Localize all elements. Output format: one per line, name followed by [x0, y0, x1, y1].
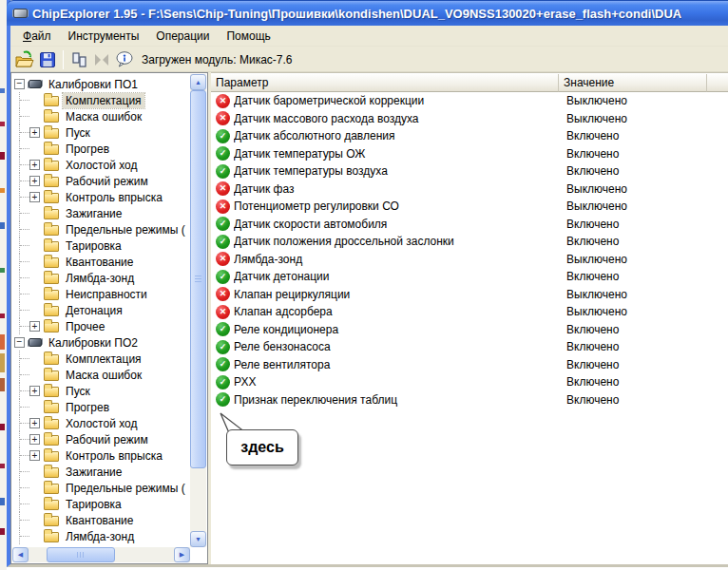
tree-item[interactable]: Холостой ход: [12, 415, 190, 431]
tree-expander-icon[interactable]: [14, 337, 25, 348]
parameter-row[interactable]: Реле вентилятора Включено: [211, 356, 728, 374]
parameter-row[interactable]: РХХ Включено: [211, 373, 728, 391]
tree-expander-icon[interactable]: [29, 240, 40, 251]
tree-item[interactable]: Лямбда-зонд: [12, 270, 190, 286]
tree-item[interactable]: Пуск: [12, 124, 190, 141]
tree-expander-icon[interactable]: [29, 224, 40, 235]
tree-item[interactable]: Пуск: [12, 383, 190, 399]
save-button[interactable]: [36, 48, 59, 71]
tree-item[interactable]: Квантование: [12, 254, 190, 270]
tree-item[interactable]: Контроль впрыска: [12, 189, 190, 205]
tree-item[interactable]: Зажигание: [12, 464, 190, 480]
scroll-left-icon[interactable]: ◀: [12, 547, 29, 562]
tree-expander-icon[interactable]: [29, 208, 40, 218]
tree-item[interactable]: Лямбда-зонд: [12, 528, 190, 544]
parameter-row[interactable]: Датчик абсолютного давления Включено: [211, 127, 728, 145]
tree-item[interactable]: Неисправности: [12, 286, 190, 302]
parameter-row[interactable]: Лямбда-зонд Выключено: [211, 251, 728, 269]
tree-expander-icon[interactable]: [29, 143, 40, 154]
tree-expander-icon[interactable]: [29, 386, 40, 396]
tree-expander-icon[interactable]: [29, 418, 40, 428]
tree-expander-icon[interactable]: [29, 321, 40, 332]
tree-expander-icon[interactable]: [29, 483, 40, 493]
menu-item[interactable]: Файл: [14, 27, 60, 46]
parameter-value: Включено: [563, 147, 728, 161]
parameter-row[interactable]: Потенциометр регулировки СО Выключено: [211, 198, 728, 216]
tree-expander-icon[interactable]: [29, 176, 40, 186]
parameter-row[interactable]: Датчик барометрической коррекции Выключе…: [211, 92, 728, 110]
tree-node-icon: [44, 290, 59, 300]
parameter-row[interactable]: Клапан адсорбера Выключено: [211, 303, 728, 321]
tree-item[interactable]: Предельные режимы (: [12, 480, 190, 496]
tree-item[interactable]: Рабочий режим: [12, 173, 190, 189]
tree-expander-icon[interactable]: [29, 450, 40, 461]
tree-expander-icon[interactable]: [29, 289, 40, 299]
tree-expander-icon[interactable]: [29, 192, 40, 202]
tree-expander-icon[interactable]: [29, 256, 40, 267]
scroll-up-icon[interactable]: ▲: [190, 74, 206, 90]
open-file-button[interactable]: [13, 48, 36, 71]
tree-expander-icon[interactable]: [29, 466, 40, 477]
vertical-scroll-thumb[interactable]: [190, 90, 206, 468]
tree-expander-icon[interactable]: [29, 434, 40, 445]
tree-item[interactable]: Предельные режимы (: [12, 221, 190, 238]
menu-item[interactable]: Помощь: [218, 27, 278, 46]
parameter-row[interactable]: Датчик фаз Выключено: [211, 180, 728, 199]
tree-item[interactable]: Квантование: [12, 512, 190, 528]
parameter-row[interactable]: Датчик температуры ОЖ Включено: [211, 145, 728, 163]
tree-expander-icon[interactable]: [14, 79, 25, 89]
scroll-down-icon[interactable]: ▼: [190, 531, 206, 547]
tree-item[interactable]: Холостой ход: [12, 157, 190, 173]
parameter-row[interactable]: Признак переключения таблиц Включено: [211, 391, 728, 409]
horizontal-scroll-thumb[interactable]: [47, 547, 115, 562]
parameter-row[interactable]: Клапан рециркуляции Выключено: [211, 286, 728, 304]
tree-node-icon: [44, 112, 59, 123]
tree-horizontal-scrollbar[interactable]: ◀ ▶: [12, 547, 190, 562]
tree-expander-icon[interactable]: [29, 499, 40, 509]
tree-expander-icon[interactable]: [29, 402, 40, 412]
tree-item[interactable]: Тарировка: [12, 496, 190, 512]
parameter-row[interactable]: Датчик скорости автомобиля Включено: [211, 216, 728, 234]
tree-expander-icon[interactable]: [29, 305, 40, 315]
tree-expander-icon[interactable]: [29, 370, 40, 380]
tree-expander-icon[interactable]: [29, 127, 40, 138]
parameter-row[interactable]: Реле кондиционера Включено: [211, 321, 728, 339]
tree-item[interactable]: Тарировка: [12, 238, 190, 254]
tree-item[interactable]: Прогрев: [12, 399, 190, 415]
column-header-parameter[interactable]: Параметр: [211, 74, 559, 92]
title-bar[interactable]: ChipExplorer 1.95 - F:\Sens\Chip-Tuning\…: [7, 0, 728, 26]
tree-item[interactable]: Прогрев: [12, 141, 190, 157]
tree-item[interactable]: Зажигание: [12, 205, 190, 221]
column-header-value[interactable]: Значение: [559, 74, 707, 92]
tree-item[interactable]: Прочее: [12, 318, 190, 334]
tree-item[interactable]: Рабочий режим: [12, 431, 190, 447]
parameter-row[interactable]: Реле бензонасоса Включено: [211, 338, 728, 356]
tree-vertical-scrollbar[interactable]: ▲ ▼: [190, 74, 206, 547]
parameter-row[interactable]: Датчик детонации Включено: [211, 268, 728, 286]
tree-item[interactable]: Калибровки ПО2: [12, 334, 190, 351]
tree-expander-icon[interactable]: [29, 531, 40, 542]
menu-item[interactable]: Инструменты: [60, 27, 148, 46]
tree-item[interactable]: Маска ошибок: [12, 108, 190, 124]
parameter-row[interactable]: Датчик положения дроссельной заслонки Вк…: [211, 233, 728, 251]
tree-item[interactable]: Детонация: [12, 302, 190, 318]
parameter-row[interactable]: Датчик массового расхода воздуха Выключе…: [211, 110, 728, 128]
tree-expander-icon[interactable]: [29, 160, 40, 170]
module-info-button[interactable]: [113, 48, 136, 71]
menu-item[interactable]: Операции: [147, 27, 218, 46]
tree-item[interactable]: Калибровки ПО1: [12, 76, 190, 92]
tree-item[interactable]: Маска ошибок: [12, 367, 190, 383]
parameter-row[interactable]: Датчик температуры воздуха Включено: [211, 162, 728, 180]
tree-expander-icon[interactable]: [29, 111, 40, 122]
tree-item[interactable]: Комплектация: [12, 351, 190, 367]
tree-expander-icon[interactable]: [29, 273, 40, 283]
tree-expander-icon[interactable]: [29, 515, 40, 525]
compare-modules-button[interactable]: [67, 48, 90, 71]
tree-expander-icon[interactable]: [29, 95, 40, 105]
tree-item[interactable]: Комплектация: [12, 92, 190, 108]
tree-expander-icon[interactable]: [29, 353, 40, 364]
tree-item[interactable]: Контроль впрыска: [12, 447, 190, 464]
parameter-value: Включено: [563, 164, 728, 178]
tree-node-icon: [44, 161, 59, 171]
scroll-right-icon[interactable]: ▶: [174, 547, 190, 562]
